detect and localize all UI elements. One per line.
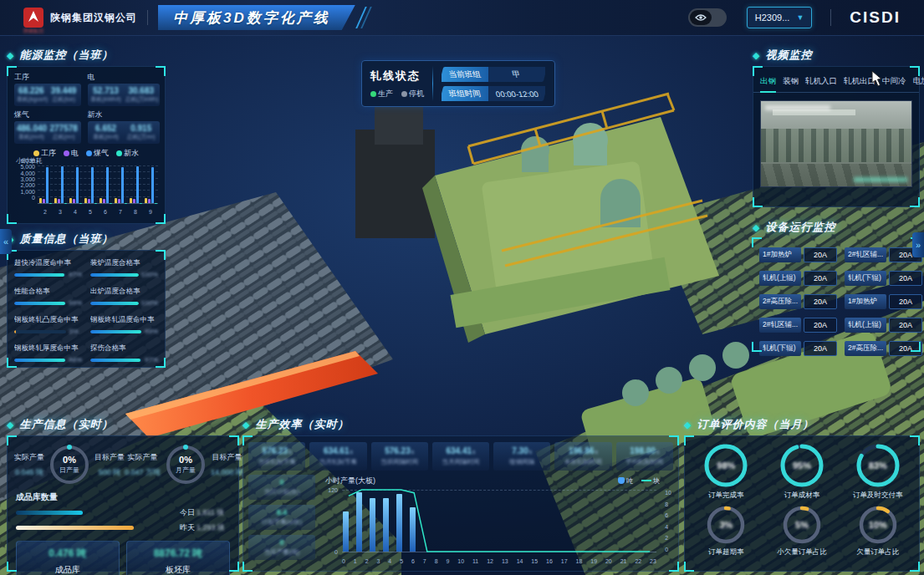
quality-value: 99% <box>145 328 158 335</box>
order-gauge: 10%欠量订单占比 <box>856 505 899 557</box>
order-gauge-value: 3% <box>719 520 733 530</box>
target-output-value: 14,000 吨 <box>211 467 243 478</box>
order-gauge: 98%订单完成率 <box>703 443 748 501</box>
stock-boxes: 0.476 吨成品库8876.72 吨板坯库 <box>8 535 238 575</box>
hourly-output-legend: 吨块 <box>618 476 660 486</box>
energy-xtick: 2 <box>43 209 47 215</box>
hour-xtick: 12 <box>487 558 493 564</box>
hour-xtick: 5 <box>400 558 403 564</box>
device-select-value: H2309... <box>755 13 790 23</box>
production-gauge-group: 实际产量0.047 万吨0%月产量目标产量14,000 吨 <box>125 443 243 486</box>
order-gauge: 3%订单超期率 <box>706 505 746 557</box>
energy-bar-group <box>69 166 82 203</box>
camera-tabs: 出钢装钢轧机入口轧机出口中间冷电加热 <box>753 67 919 93</box>
camera-tab-5[interactable]: 中间冷 <box>882 76 906 87</box>
inventory-title: 成品库数量 <box>8 488 238 505</box>
panel-collapse-right[interactable]: » <box>912 232 924 257</box>
quality-bar <box>90 302 139 305</box>
right-axis-tick: 10 <box>665 490 671 496</box>
inventory-bar-row: 今日1,811 块 <box>8 505 238 520</box>
order-gauge-value: 5% <box>795 520 809 530</box>
energy-ytick: 6,000 <box>20 158 35 164</box>
inventory-bar <box>16 511 83 515</box>
order-gauge-label: 订单及时交付率 <box>853 491 903 501</box>
devices-panel: ◆ 设备运行监控 1#加热炉20A2#轧区辅...20A轧机(上辊)20A轧机(… <box>753 219 920 351</box>
efficiency-stats: 576.23s当班轧制节奏634.61s当月轧制节奏576.23s当班间隔时间6… <box>243 436 678 475</box>
device-select-dropdown[interactable]: H2309... ▼ <box>747 7 813 28</box>
energy-group: 电52.713单耗(kWh/t)30.683总耗(万kWh) <box>88 70 160 106</box>
device-row: 轧机(上辊)20A <box>845 318 922 333</box>
line-status-legend-label: 停机 <box>409 89 424 98</box>
diamond-icon: ◆ <box>242 420 250 430</box>
energy-group-name: 工序 <box>14 72 81 83</box>
device-label: 轧机(上辊) <box>759 271 801 286</box>
quality-value: 97% <box>145 356 158 364</box>
efficiency-stat-label: 本块轧制时间 <box>555 458 610 466</box>
hourly-output-legend-item: 块 <box>641 476 660 486</box>
device-row: 轧机(上辊)20A <box>759 271 837 286</box>
devices-panel-title: ◆ 设备运行监控 <box>753 219 920 236</box>
right-axis-tick: 0 <box>665 547 668 552</box>
quality-bar <box>14 359 66 362</box>
header-divider <box>147 10 148 25</box>
camera-tab-3[interactable]: 轧机入口 <box>805 76 837 87</box>
line-legend-icon <box>641 480 651 481</box>
camera-tab-4[interactable]: 轧机出口 <box>844 76 876 87</box>
camera-tab-6[interactable]: 电加热 <box>913 76 924 87</box>
right-axis-tick: 2 <box>665 535 668 541</box>
device-label: 2#轧区辅... <box>759 318 801 333</box>
diamond-icon: ◆ <box>7 420 14 430</box>
order-gauge-value: 10% <box>869 520 887 530</box>
quality-panel: ◆ 质量信息（当班） 超快冷温度命中率97%装炉温度合格率100%性能合格率99… <box>7 231 166 368</box>
quality-value: 100% <box>141 271 158 278</box>
device-current-value: 20A <box>889 294 922 309</box>
hour-xtick: 7 <box>423 558 426 564</box>
efficiency-stat: 7.30s咬钢间隔 <box>493 442 550 471</box>
efficiency-side-stats: 0当日计划(块)8.4计划节奏(s/块)0当班产量(吨) <box>248 475 315 563</box>
quality-bar <box>14 330 66 333</box>
line-status-legend-item: 生产 <box>370 89 393 99</box>
hourly-output-chart: 小时产量(大板) 吨块 1200 1086420 012345678910111… <box>322 475 673 563</box>
device-label: 2#高压除... <box>845 341 886 356</box>
hour-xtick: 21 <box>620 558 627 564</box>
energy-legend-label: 新水 <box>124 149 139 157</box>
order-gauge-value: 98% <box>717 461 735 471</box>
energy-xtick: 7 <box>119 209 122 215</box>
panel-collapse-left[interactable]: « <box>0 229 12 254</box>
efficiency-stat-label: 当月间隔时间 <box>433 458 488 466</box>
camera-tab-2[interactable]: 装钢 <box>783 76 799 87</box>
device-row: 轧机(下辊)20A <box>759 341 837 356</box>
side-stat-value: 0 <box>250 478 314 486</box>
device-row: 2#轧区辅...20A <box>845 247 922 262</box>
legend-dot-icon <box>116 150 122 156</box>
top-bar: 陕钢集团 陕钢集团汉钢公司 中厚板3D数字化产线 H2309... ▼ CISD… <box>0 0 924 36</box>
quality-item: 性能合格率99% <box>14 287 82 307</box>
energy-ytick: 4,000 <box>20 170 35 176</box>
camera-overlay-text <box>854 177 907 182</box>
target-output-label: 目标产量 <box>211 452 243 463</box>
energy-panel: ◆ 能源监控（当班） 工序68.226单耗(kgce/t)39.449总耗(tc… <box>7 47 166 224</box>
device-label: 轧机(下辊) <box>759 341 801 356</box>
camera-tab-1[interactable]: 出钢 <box>760 76 776 87</box>
device-current-value: 20A <box>804 318 837 333</box>
energy-group-name: 电 <box>88 72 160 83</box>
efficiency-stat-label: 当班间隔时间 <box>372 458 427 466</box>
target-output-value: 500 吨 <box>94 467 125 478</box>
hour-xtick: 3 <box>376 558 380 564</box>
energy-xtick: 5 <box>89 209 92 215</box>
ring-label: 月产量 <box>176 466 196 475</box>
quality-label: 超快冷温度命中率 <box>14 258 82 268</box>
hour-xtick: 16 <box>546 558 553 564</box>
energy-bar-group <box>100 166 112 203</box>
order-gauge-value: 95% <box>793 461 811 471</box>
camera-feed[interactable] <box>760 100 912 187</box>
efficiency-stat: 198.00s平均轧制时间 <box>616 442 673 471</box>
visibility-toggle[interactable] <box>688 8 727 27</box>
order-gauge: 5%小欠量订单占比 <box>777 505 827 557</box>
line-status-row-label: 当前班组 <box>442 67 488 82</box>
energy-unit: 单耗(m³/t) <box>17 133 46 141</box>
hourly-output-chart-label: 小时产量(大板) <box>325 476 375 486</box>
orders-panel-title: ◆ 订单评价内容（当月） <box>684 416 920 433</box>
quality-bar <box>14 302 66 305</box>
device-label: 轧机(下辊) <box>845 271 886 286</box>
